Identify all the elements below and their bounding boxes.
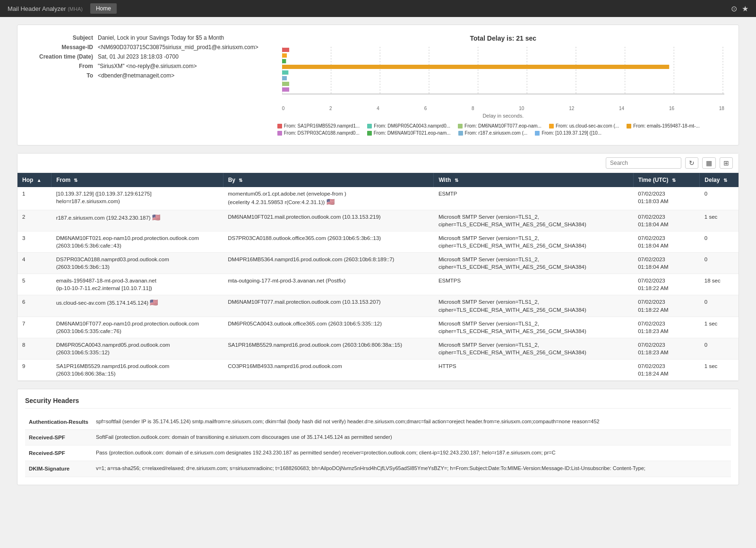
table-row: 9 SA1PR16MB5529.namprd16.prod.outlook.co… <box>17 360 739 381</box>
cell-delay: 1 sec <box>700 360 739 381</box>
table-row: 1 [10.139.37.129] ([10.139.37.129:61275]… <box>17 187 739 210</box>
creation-row: Creation time (Date) Sat, 01 Jul 2023 18… <box>27 53 258 60</box>
x-axis: 0 2 4 6 8 10 12 14 16 18 <box>282 106 724 111</box>
cell-with: Microsoft SMTP Server (version=TLS1_2, c… <box>434 210 633 231</box>
legend-item-4: From: emails-1959487-18-mt-... <box>627 123 700 128</box>
sort-delay-icon: ⇅ <box>723 178 727 183</box>
security-value: Pass (protection.outlook.com: domain of … <box>92 445 731 461</box>
navbar: Mail Header Analyzer (MHA) Home ⊙ ★ <box>0 0 756 17</box>
security-label: Received-SPF <box>25 445 92 461</box>
sort-with-icon: ⇅ <box>455 178 458 183</box>
svg-rect-16 <box>282 82 289 86</box>
svg-rect-14 <box>282 70 288 75</box>
security-value: SoftFail (protection.outlook.com: domain… <box>92 430 731 445</box>
cell-from: DM6PR05CA0043.namprd05.prod.outlook.com … <box>52 338 223 359</box>
cell-by: DM6NAM10FT077.mail.protection.outlook.co… <box>223 295 434 317</box>
messageid-row: Message-ID <NM690D3703715C30875siriusx_m… <box>27 44 258 51</box>
cell-time: 07/02/2023 01:18:22 AM <box>633 274 700 295</box>
table-row: 6 us.cloud-sec-av.com (35.174.145.124) 🇺… <box>17 295 739 317</box>
cell-hop: 8 <box>17 338 52 359</box>
refresh-button[interactable]: ↻ <box>685 157 698 169</box>
cell-with: ESMTPS <box>434 274 633 295</box>
col-with[interactable]: With ⇅ <box>434 173 633 187</box>
cell-from: SA1PR16MB5529.namprd16.prod.outlook.com … <box>52 360 223 381</box>
table-row: 4 DS7PR03CA0188.namprd03.prod.outlook.co… <box>17 253 739 274</box>
cell-with: Microsoft SMTP Server (version=TLS1_2, c… <box>434 231 633 252</box>
cell-delay: 0 <box>700 231 739 252</box>
cell-hop: 5 <box>17 274 52 295</box>
security-label: Authentication-Results <box>25 414 92 430</box>
search-input[interactable] <box>606 157 681 169</box>
sort-from-icon: ⇅ <box>74 178 77 183</box>
table-toolbar: ↻ ▦ ⊞ <box>17 154 739 173</box>
svg-rect-10 <box>282 48 289 52</box>
cell-with: Microsoft SMTP Server (version=TLS1_2, c… <box>434 317 633 338</box>
security-row: Authentication-Results spf=softfail (sen… <box>25 414 731 430</box>
legend-item-0: From: SA1PR16MB5529.namprd1... <box>277 123 360 128</box>
cell-by: mta-outgoing-177-mt-prod-3.avanan.net (P… <box>223 274 434 295</box>
cell-with: Microsoft SMTP Server (version=TLS1_2, c… <box>434 253 633 274</box>
home-tab[interactable]: Home <box>90 3 117 14</box>
legend-item-7: From: r187.e.siriusxm.com (... <box>458 130 528 136</box>
header-card: Subject Daniel, Lock in your Savings Tod… <box>17 25 739 146</box>
table-row: 8 DM6PR05CA0043.namprd05.prod.outlook.co… <box>17 338 739 359</box>
col-from[interactable]: From ⇅ <box>52 173 223 187</box>
messageid-label: Message-ID <box>27 44 93 51</box>
cell-with: HTTPS <box>434 360 633 381</box>
col-time[interactable]: Time (UTC) ⇅ <box>633 173 700 187</box>
security-value: v=1; a=rsa-sha256; c=relaxed/relaxed; d=… <box>92 461 731 477</box>
cell-from: r187.e.siriusxm.com (192.243.230.187) 🇺🇸 <box>52 210 223 231</box>
cell-from: DM6NAM10FT021.eop-nam10.prod.protection.… <box>52 231 223 252</box>
cell-from: DM6NAM10FT077.eop-nam10.prod.protection.… <box>52 317 223 338</box>
cell-hop: 2 <box>17 210 52 231</box>
cell-delay: 1 sec <box>700 210 739 231</box>
legend-item-1: From: DM6PR05CA0043.namprd0... <box>367 123 450 128</box>
from-label: From <box>27 63 93 69</box>
sort-by-icon: ⇅ <box>239 178 242 183</box>
legend-dot-6 <box>367 131 372 136</box>
github-icon[interactable]: ⊙ <box>731 4 737 13</box>
cell-delay: 18 sec <box>700 274 739 295</box>
gantt-svg <box>282 47 724 103</box>
legend-item-8: From: [10.139.37.129] ([10... <box>535 130 601 136</box>
cell-by: DS7PR03CA0188.outlook.office365.com (260… <box>223 231 434 252</box>
cell-time: 07/02/2023 01:18:22 AM <box>633 295 700 317</box>
table-row: 7 DM6NAM10FT077.eop-nam10.prod.protectio… <box>17 317 739 338</box>
app-title: Mail Header Analyzer (MHA) <box>8 5 83 12</box>
cell-delay: 0 <box>700 253 739 274</box>
security-row: Received-SPF Pass (protection.outlook.co… <box>25 445 731 461</box>
cell-delay: 0 <box>700 187 739 210</box>
chart-legend: From: SA1PR16MB5529.namprd1... From: DM6… <box>277 123 729 136</box>
grid-button[interactable]: ▦ <box>702 157 716 169</box>
cell-time: 07/02/2023 01:18:04 AM <box>633 210 700 231</box>
security-table: Authentication-Results spf=softfail (sen… <box>25 414 731 477</box>
chart-section: Total Delay is: 21 sec <box>277 34 729 136</box>
cell-with: Microsoft SMTP Server (version=TLS1_2, c… <box>434 295 633 317</box>
cell-time: 07/02/2023 01:18:04 AM <box>633 253 700 274</box>
svg-rect-15 <box>282 76 287 80</box>
from-value: "SiriusXM" <no-reply@e.siriusxm.com> <box>98 63 197 69</box>
col-by[interactable]: By ⇅ <box>223 173 434 187</box>
cell-time: 07/02/2023 01:18:23 AM <box>633 317 700 338</box>
svg-rect-17 <box>282 87 289 92</box>
cell-by: SA1PR16MB5529.namprd16.prod.outlook.com … <box>223 338 434 359</box>
security-row: DKIM-Signature v=1; a=rsa-sha256; c=rela… <box>25 461 731 477</box>
star-icon[interactable]: ★ <box>742 4 748 13</box>
legend-item-5: From: DS7PR03CA0188.namprd0... <box>277 130 360 136</box>
cell-hop: 3 <box>17 231 52 252</box>
to-value: <dbender@netmanageit.com> <box>98 72 174 79</box>
columns-button[interactable]: ⊞ <box>720 157 733 169</box>
cell-from: emails-1959487-18-mt-prod-3.avanan.net (… <box>52 274 223 295</box>
security-section: Security Headers Authentication-Results … <box>17 389 739 485</box>
subject-value: Daniel, Lock in your Savings Today for $… <box>98 34 224 41</box>
table-row: 5 emails-1959487-18-mt-prod-3.avanan.net… <box>17 274 739 295</box>
cell-by: DM6NAM10FT021.mail.protection.outlook.co… <box>223 210 434 231</box>
security-value: spf=softfail (sender IP is 35.174.145.12… <box>92 414 731 430</box>
to-row: To <dbender@netmanageit.com> <box>27 72 258 79</box>
legend-dot-5 <box>277 131 282 136</box>
security-label: Received-SPF <box>25 430 92 445</box>
from-row: From "SiriusXM" <no-reply@e.siriusxm.com… <box>27 63 258 69</box>
col-hop[interactable]: Hop ▲ <box>17 173 52 187</box>
cell-by: DM4PR16MB5364.namprd16.prod.outlook.com … <box>223 253 434 274</box>
col-delay[interactable]: Delay ⇅ <box>700 173 739 187</box>
